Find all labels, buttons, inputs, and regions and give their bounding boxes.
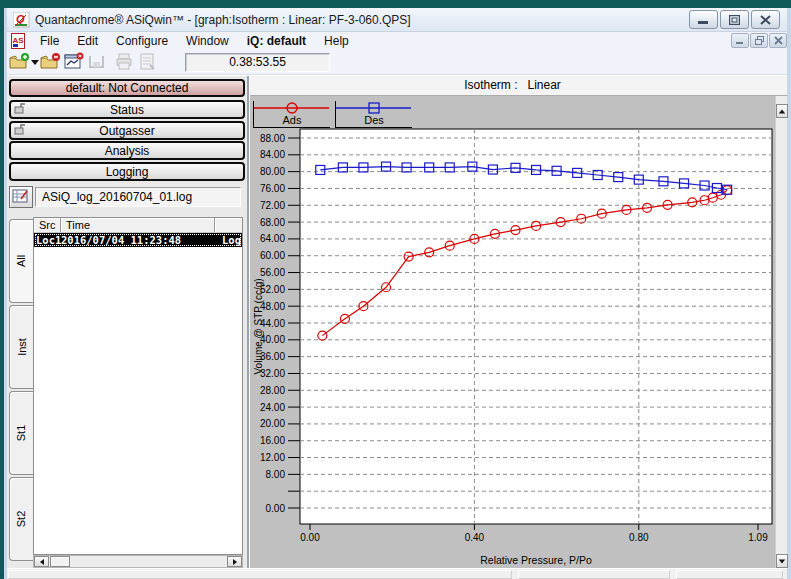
svg-text:28.00: 28.00 bbox=[260, 385, 285, 396]
application-window: Q Quantachrome® ASiQwin™ - [graph:Isothe… bbox=[0, 0, 791, 579]
column-header-time[interactable]: Time bbox=[61, 218, 215, 232]
svg-text:20.00: 20.00 bbox=[260, 418, 285, 429]
status-section-2 bbox=[518, 570, 670, 579]
scrollbar-corner bbox=[775, 76, 787, 96]
svg-text:64.00: 64.00 bbox=[260, 233, 285, 244]
svg-text:56.00: 56.00 bbox=[260, 267, 285, 278]
title-bar[interactable]: Q Quantachrome® ASiQwin™ - [graph:Isothe… bbox=[7, 8, 787, 32]
svg-text:16.00: 16.00 bbox=[260, 435, 285, 446]
svg-text:12.00: 12.00 bbox=[260, 452, 285, 463]
menu-item-file[interactable]: File bbox=[31, 32, 68, 50]
show-graph-button[interactable] bbox=[64, 52, 85, 72]
svg-text:68.00: 68.00 bbox=[260, 217, 285, 228]
child-minimize-button[interactable] bbox=[731, 33, 749, 48]
sidebar-button-logging[interactable]: Logging bbox=[9, 162, 245, 181]
scroll-left-button[interactable] bbox=[34, 556, 49, 567]
status-section-3 bbox=[676, 570, 783, 579]
svg-text:88.00: 88.00 bbox=[260, 133, 285, 144]
print-button[interactable] bbox=[115, 52, 136, 72]
instrument-icon bbox=[14, 103, 27, 115]
close-button[interactable] bbox=[751, 10, 780, 29]
app-icon: Q bbox=[13, 12, 30, 28]
instrument-icon bbox=[14, 124, 27, 136]
y-axis-title: Volume @ STP (cc/g) bbox=[253, 278, 264, 374]
down-arrow-icon bbox=[779, 559, 785, 563]
log-table-row[interactable]: Loc1 2016/07/04 11:23:48 Log bbox=[34, 233, 242, 247]
svg-text:0.80: 0.80 bbox=[629, 532, 649, 543]
svg-text:0.00: 0.00 bbox=[266, 503, 286, 514]
scroll-up-button[interactable] bbox=[776, 104, 788, 118]
menu-item-window[interactable]: Window bbox=[177, 32, 238, 50]
control-panel: default: Not Connected StatusOutgasserAn… bbox=[7, 76, 247, 569]
tab-all[interactable]: All bbox=[9, 219, 33, 303]
tab-label: Inst bbox=[15, 338, 27, 356]
horizontal-scrollbar[interactable] bbox=[33, 555, 243, 568]
horizontal-scroll-thumb[interactable] bbox=[50, 556, 70, 567]
tab-inst[interactable]: Inst bbox=[9, 305, 33, 389]
status-section-1 bbox=[8, 570, 512, 579]
svg-text:24.00: 24.00 bbox=[260, 402, 285, 413]
tab-st1[interactable]: St1 bbox=[9, 391, 33, 475]
svg-text:84.00: 84.00 bbox=[260, 149, 285, 160]
log-row-source: Loc1 bbox=[34, 233, 61, 247]
svg-text:80.00: 80.00 bbox=[260, 166, 285, 177]
vertical-scrollbar[interactable] bbox=[775, 96, 787, 569]
toolbar: 0.38:53.55 bbox=[7, 50, 787, 75]
up-arrow-icon bbox=[779, 109, 785, 113]
svg-text:0.40: 0.40 bbox=[465, 532, 485, 543]
document-as-icon: AS bbox=[11, 33, 25, 49]
sidebar-button-status[interactable]: Status bbox=[9, 100, 245, 119]
isotherm-chart: 0.008.0012.0016.0020.0024.0028.0032.0036… bbox=[250, 96, 775, 569]
minimize-button[interactable] bbox=[689, 10, 718, 29]
window-controls bbox=[689, 10, 780, 29]
log-row-time: 2016/07/04 11:23:48 bbox=[61, 233, 222, 247]
menu-item-iq-default[interactable]: iQ: default bbox=[238, 32, 315, 50]
column-header-src[interactable]: Src bbox=[34, 218, 61, 232]
open-dropdown-arrow[interactable] bbox=[31, 60, 39, 65]
tab-st2[interactable]: St2 bbox=[9, 477, 33, 561]
child-restore-button[interactable] bbox=[750, 33, 768, 48]
menu-item-edit[interactable]: Edit bbox=[68, 32, 107, 50]
svg-text:76.00: 76.00 bbox=[260, 183, 285, 194]
graph-title: Isotherm : Linear bbox=[250, 76, 775, 96]
window-border-right bbox=[787, 8, 791, 579]
maximize-button[interactable] bbox=[720, 10, 749, 29]
left-arrow-icon bbox=[40, 559, 44, 565]
log-file-button[interactable] bbox=[9, 186, 33, 208]
log-file-name: ASiQ_log_20160704_01.log bbox=[35, 187, 241, 207]
connection-status-button[interactable]: default: Not Connected bbox=[9, 79, 245, 97]
graph-panel: Isotherm : Linear AdsDes 0.008.0012.0016… bbox=[250, 76, 775, 569]
child-window-controls bbox=[731, 33, 787, 48]
scroll-down-button[interactable] bbox=[776, 554, 788, 568]
right-arrow-icon bbox=[233, 559, 237, 565]
menu-item-configure[interactable]: Configure bbox=[107, 32, 177, 50]
svg-text:60.00: 60.00 bbox=[260, 250, 285, 261]
svg-text:1.09: 1.09 bbox=[748, 532, 768, 543]
elapsed-time-display: 0.38:53.55 bbox=[185, 53, 330, 72]
content-area: default: Not Connected StatusOutgasserAn… bbox=[7, 75, 787, 568]
scroll-right-button[interactable] bbox=[227, 556, 242, 567]
menu-bar: AS FileEditConfigureWindowiQ: defaultHel… bbox=[7, 32, 787, 50]
svg-text:72.00: 72.00 bbox=[260, 200, 285, 211]
open-file-button[interactable] bbox=[9, 52, 30, 72]
tab-label: All bbox=[15, 255, 27, 267]
tab-label: St2 bbox=[15, 511, 27, 528]
log-table-header: Src Time bbox=[34, 218, 242, 233]
sidebar-button-analysis[interactable]: Analysis bbox=[9, 141, 245, 160]
window-title: Quantachrome® ASiQwin™ - [graph:Isotherm… bbox=[35, 13, 411, 27]
sidebar-button-outgasser[interactable]: Outgasser bbox=[9, 121, 245, 140]
save-button[interactable] bbox=[87, 52, 108, 72]
tab-label: St1 bbox=[15, 425, 27, 442]
svg-text:0.00: 0.00 bbox=[300, 532, 320, 543]
svg-text:8.00: 8.00 bbox=[266, 469, 286, 480]
menu-item-help[interactable]: Help bbox=[315, 32, 358, 50]
child-close-button[interactable] bbox=[769, 33, 787, 48]
status-bar bbox=[7, 568, 787, 579]
x-axis-title: Relative Pressure, P/Po bbox=[480, 554, 592, 566]
log-table: Src Time Loc1 2016/07/04 11:23:48 Log bbox=[33, 217, 243, 555]
menu-items: FileEditConfigureWindowiQ: defaultHelp bbox=[31, 32, 358, 50]
column-header-blank bbox=[215, 218, 242, 232]
print-preview-button[interactable] bbox=[138, 52, 159, 72]
log-row-message: Log bbox=[222, 233, 242, 247]
open-data-file-button[interactable] bbox=[40, 52, 61, 72]
